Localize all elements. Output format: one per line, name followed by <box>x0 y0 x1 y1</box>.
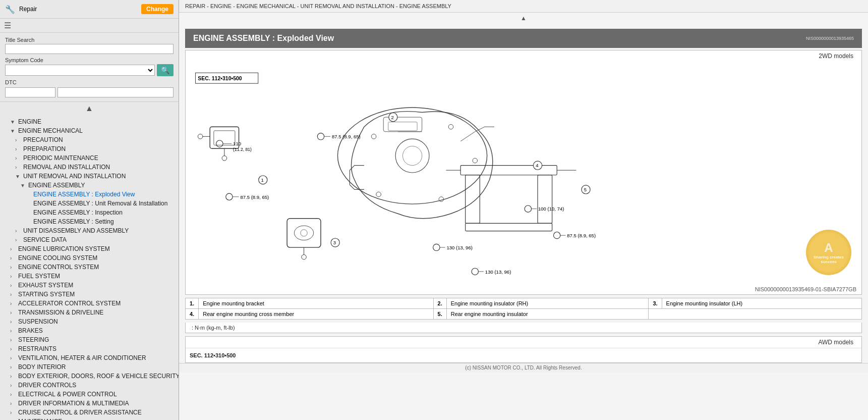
suspension-arrow-icon: › <box>10 319 16 325</box>
restraints-arrow-icon: › <box>10 346 16 352</box>
main-content: REPAIR - ENGINE - ENGINE MECHANICAL - UN… <box>179 0 868 420</box>
diagram-image-id: NIS0000000013935469-01-SBIA7277GB <box>186 285 861 294</box>
brakes-label: BRAKES <box>18 327 43 334</box>
sidebar-item-maintenance[interactable]: ›MAINTENANCE <box>0 417 179 420</box>
parts-table: 1.Engine mounting bracket2.Engine mounti… <box>185 298 862 320</box>
part-desc-2: Engine mounting insulator (RH) <box>446 298 649 309</box>
nav-tree: ▼ENGINE▼ENGINE MECHANICAL›PRECAUTION›PRE… <box>0 115 179 420</box>
svg-text:130 (13, 96): 130 (13, 96) <box>446 245 472 250</box>
part-desc-4: Rear engine mounting cross member <box>199 309 433 320</box>
restraints-label: RESTRAINTS <box>18 345 56 352</box>
collapse-button[interactable]: ▲ <box>0 102 179 115</box>
symptom-code-label: Symptom Code <box>5 57 173 63</box>
sidebar-item-removal-installation[interactable]: ›REMOVAL AND INSTALLATION <box>0 163 179 172</box>
sidebar-item-brakes[interactable]: ›BRAKES <box>0 326 179 335</box>
sidebar-item-exhaust-system[interactable]: ›EXHAUST SYSTEM <box>0 281 179 290</box>
scroll-up-button[interactable]: ▲ <box>179 13 868 24</box>
body-exterior-arrow-icon: › <box>10 374 16 379</box>
precaution-arrow-icon: › <box>15 137 21 143</box>
sidebar-item-engine-cooling[interactable]: ›ENGINE COOLING SYSTEM <box>0 253 179 262</box>
sidebar-item-driver-info[interactable]: ›DRIVER INFORMATION & MULTIMEDIA <box>0 399 179 408</box>
engine-mechanical-arrow-icon: ▼ <box>10 128 16 134</box>
sidebar-item-driver-controls[interactable]: ›DRIVER CONTROLS <box>0 381 179 390</box>
diagram-area: 2WD models SEC. 112•310•500 <box>185 50 862 295</box>
sidebar-item-unit-disassembly[interactable]: ›UNIT DISASSEMBLY AND ASSEMBLY <box>0 226 179 235</box>
sidebar-item-service-data[interactable]: ›SERVICE DATA <box>0 235 179 244</box>
unit-disassembly-arrow-icon: › <box>15 228 21 234</box>
engine-assembly-diagram: SEC. 112•310•500 <box>191 67 624 279</box>
title-search-input[interactable] <box>5 44 173 54</box>
exhaust-system-label: EXHAUST SYSTEM <box>18 282 73 289</box>
sidebar-item-body-interior[interactable]: ›BODY INTERIOR <box>0 362 179 372</box>
brakes-arrow-icon: › <box>10 328 16 334</box>
engine-cooling-arrow-icon: › <box>10 255 16 261</box>
svg-text:3: 3 <box>333 240 336 245</box>
engine-lubrication-label: ENGINE LUBRICATION SYSTEM <box>18 245 110 252</box>
cruise-control-label: CRUISE CONTROL & DRIVER ASSISTANCE <box>18 409 142 416</box>
engine-arrow-icon: ▼ <box>10 119 16 125</box>
sidebar-item-restraints[interactable]: ›RESTRAINTS <box>0 344 179 353</box>
sidebar-item-engine-assembly-unit[interactable]: ENGINE ASSEMBLY : Unit Removal & Install… <box>0 199 179 208</box>
maintenance-label: MAINTENANCE <box>18 418 62 420</box>
section-title: ENGINE ASSEMBLY : Exploded View <box>193 34 334 43</box>
sidebar-item-engine-assembly-setting[interactable]: ENGINE ASSEMBLY : Setting <box>0 217 179 226</box>
svg-text:1: 1 <box>261 177 264 183</box>
electrical-arrow-icon: › <box>10 392 16 397</box>
periodic-maintenance-label: PERIODIC MAINTENANCE <box>23 154 98 162</box>
sidebar-item-preparation[interactable]: ›PREPARATION <box>0 144 179 153</box>
symptom-code-select[interactable] <box>5 65 155 76</box>
engine-control-arrow-icon: › <box>10 265 16 270</box>
sidebar-item-ventilation[interactable]: ›VENTILATION, HEATER & AIR CONDITIONER <box>0 353 179 362</box>
part-desc-5: Rear engine mounting insulator <box>446 309 649 320</box>
sidebar-item-engine-assembly[interactable]: ▼ENGINE ASSEMBLY <box>0 181 179 190</box>
part-num-1: 1. <box>186 298 199 309</box>
parts-row-1: 1.Engine mounting bracket2.Engine mounti… <box>186 298 862 309</box>
sidebar-item-accelerator-control[interactable]: ›ACCELERATOR CONTROL SYSTEM <box>0 299 179 308</box>
transmission-label: TRANSMISSION & DRIVELINE <box>18 309 103 316</box>
body-interior-arrow-icon: › <box>10 364 16 370</box>
removal-installation-label: REMOVAL AND INSTALLATION <box>23 164 110 171</box>
cruise-control-arrow-icon: › <box>10 410 16 415</box>
svg-text:130 (13, 96): 130 (13, 96) <box>485 269 511 275</box>
search-button[interactable]: 🔍 <box>157 64 173 76</box>
sidebar-item-periodic-maintenance[interactable]: ›PERIODIC MAINTENANCE <box>0 153 179 163</box>
sidebar-item-starting-system[interactable]: ›STARTING SYSTEM <box>0 290 179 299</box>
sidebar-item-engine-lubrication[interactable]: ›ENGINE LUBRICATION SYSTEM <box>0 244 179 253</box>
sidebar-item-precaution[interactable]: ›PRECAUTION <box>0 135 179 144</box>
sidebar-item-engine[interactable]: ▼ENGINE <box>0 117 179 126</box>
sidebar-item-electrical[interactable]: ›ELECTRICAL & POWER CONTROL <box>0 390 179 399</box>
breadcrumb: REPAIR - ENGINE - ENGINE MECHANICAL - UN… <box>179 0 868 13</box>
engine-cooling-label: ENGINE COOLING SYSTEM <box>18 254 97 261</box>
sidebar-header: 🔧 Repair Change <box>0 0 179 19</box>
engine-assembly-exploded-label: ENGINE ASSEMBLY : Exploded View <box>33 191 135 198</box>
dtc-input-1[interactable] <box>5 87 55 97</box>
sidebar-item-body-exterior[interactable]: ›BODY EXTERIOR, DOORS, ROOF & VEHICLE SE… <box>0 372 179 381</box>
menu-icon[interactable]: ☰ <box>4 21 11 30</box>
sidebar-item-engine-assembly-exploded[interactable]: ENGINE ASSEMBLY : Exploded View <box>0 190 179 199</box>
sidebar-item-steering[interactable]: ›STEERING <box>0 335 179 344</box>
periodic-maintenance-arrow-icon: › <box>15 155 21 161</box>
part-num-3: 3. <box>649 298 662 309</box>
driver-info-arrow-icon: › <box>10 401 16 406</box>
engine-assembly-label: ENGINE ASSEMBLY <box>28 182 85 189</box>
sidebar-item-engine-mechanical[interactable]: ▼ENGINE MECHANICAL <box>0 126 179 135</box>
awd-sec-label: SEC. 112•310•500 <box>186 348 861 362</box>
sidebar-item-transmission[interactable]: ›TRANSMISSION & DRIVELINE <box>0 308 179 317</box>
image-reference: NIS0000000013935465 <box>806 36 854 41</box>
dtc-input-2[interactable] <box>57 87 173 97</box>
search-section: Title Search Symptom Code 🔍 DTC <box>0 33 179 102</box>
footer-bar: (c) NISSAN MOTOR CO., LTD. All Rights Re… <box>179 363 868 372</box>
sidebar-item-suspension[interactable]: ›SUSPENSION <box>0 317 179 326</box>
engine-assembly-arrow-icon: ▼ <box>20 183 26 188</box>
sidebar-item-cruise-control[interactable]: ›CRUISE CONTROL & DRIVER ASSISTANCE <box>0 408 179 417</box>
service-data-label: SERVICE DATA <box>23 236 67 243</box>
sidebar-item-unit-removal-installation[interactable]: ▼UNIT REMOVAL AND INSTALLATION <box>0 172 179 181</box>
sidebar-item-fuel-system[interactable]: ›FUEL SYSTEM <box>0 272 179 281</box>
fuel-system-label: FUEL SYSTEM <box>18 273 60 280</box>
unit-disassembly-label: UNIT DISASSEMBLY AND ASSEMBLY <box>23 227 129 234</box>
change-button[interactable]: Change <box>141 4 173 14</box>
awd-model-label: AWD models <box>186 337 861 348</box>
watermark-text: Sharing creates success <box>810 255 847 264</box>
sidebar-item-engine-assembly-inspection[interactable]: ENGINE ASSEMBLY : Inspection <box>0 208 179 217</box>
sidebar-item-engine-control[interactable]: ›ENGINE CONTROL SYSTEM <box>0 262 179 272</box>
